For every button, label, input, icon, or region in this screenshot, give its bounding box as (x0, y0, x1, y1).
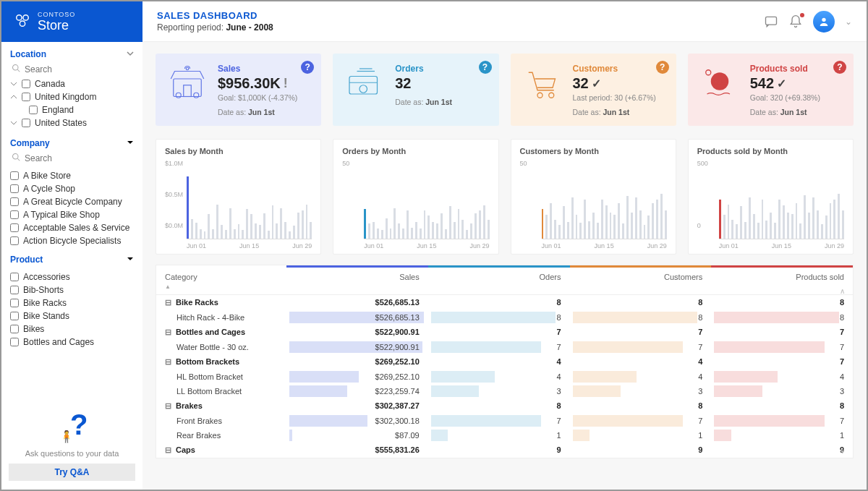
qa-prompt-text: Ask questions to your data (9, 449, 135, 458)
chevron-up-icon (10, 93, 17, 101)
chart-orders[interactable]: Orders by Month 50 Jun 01Jun 15Jun 29 (333, 139, 498, 255)
list-item[interactable]: Bottles and Cages (10, 337, 132, 347)
chevron-down-icon (10, 80, 17, 87)
filter-location-header[interactable]: Location (10, 49, 134, 59)
svg-point-3 (13, 65, 19, 71)
checkbox[interactable] (10, 338, 19, 346)
chart-products[interactable]: Products sold by Month 5000 Jun 01Jun 15… (688, 139, 854, 255)
checkbox[interactable] (22, 80, 30, 88)
collapse-icon[interactable]: ⊟ (165, 445, 174, 455)
table-row[interactable]: HL Bottom Bracket$269,252.10444 (156, 370, 853, 384)
checkbox[interactable] (10, 325, 19, 333)
cart-icon (521, 64, 564, 107)
scroll-down-icon[interactable]: ∨ (840, 447, 850, 455)
search-icon (12, 153, 20, 163)
tree-item-england[interactable]: England (10, 105, 134, 115)
checkbox[interactable] (10, 299, 19, 307)
checkbox[interactable] (10, 184, 19, 193)
bell-icon[interactable] (788, 14, 803, 29)
checkbox[interactable] (10, 197, 19, 206)
th-products[interactable]: Products sold (711, 265, 853, 294)
avatar[interactable] (813, 11, 835, 33)
category-table: Category▲ Sales Oders Customers Products… (156, 265, 854, 458)
svg-point-11 (186, 67, 189, 70)
list-item[interactable]: Bikes (10, 324, 132, 334)
svg-point-4 (13, 154, 19, 160)
filter-company-header[interactable]: Company (10, 138, 134, 148)
info-icon[interactable]: ? (833, 61, 846, 74)
filter-product-header[interactable]: Product (10, 255, 134, 265)
list-item[interactable]: Acceptable Sales & Service (10, 223, 132, 233)
svg-rect-7 (174, 79, 202, 97)
chevron-down-icon (127, 255, 134, 265)
location-search-input[interactable] (25, 64, 134, 74)
table-row[interactable]: ⊟ Bike Racks$526,685.13888 (156, 295, 853, 310)
checkbox[interactable] (10, 286, 19, 294)
chevron-down-icon[interactable]: ⌄ (845, 17, 852, 27)
list-item[interactable]: Accessories (10, 272, 132, 282)
checkbox[interactable] (29, 106, 38, 114)
company-search-input[interactable] (25, 153, 134, 163)
table-row[interactable]: Water Bottle - 30 oz.$522,900.91777 (156, 340, 853, 354)
table-row[interactable]: Front Brakes$302,300.18777 (156, 414, 853, 428)
table-row[interactable]: LL Bottom Bracket$223,259.74333 (156, 384, 853, 398)
info-icon[interactable]: ? (479, 61, 492, 74)
th-customers[interactable]: Customers (570, 265, 712, 294)
list-item[interactable]: Action Bicycle Specialists (10, 236, 132, 246)
kpi-card-customers[interactable]: ? Customers 32✓ Last period: 30 (+6.67%)… (511, 54, 676, 126)
try-qa-button[interactable]: Try Q&A (9, 464, 135, 481)
brand-name: Store (38, 18, 69, 33)
checkbox[interactable] (10, 236, 19, 245)
svg-point-14 (537, 93, 542, 98)
store-icon (166, 64, 209, 107)
chart-customers[interactable]: Customers by Month 50 Jun 01Jun 15Jun 29 (511, 139, 676, 255)
brand-company: CONTOSO (38, 11, 75, 18)
card-icon (343, 64, 386, 107)
svg-rect-8 (184, 85, 192, 97)
list-item[interactable]: A Cycle Shop (10, 184, 132, 194)
checkbox[interactable] (10, 171, 19, 180)
brand-logo-icon (14, 13, 30, 31)
list-item[interactable]: A Great Bicycle Company (10, 197, 132, 207)
warning-icon: ! (284, 76, 288, 91)
kpi-card-products[interactable]: ? SALE Products sold 542✓ Goal: 320 (+69… (688, 54, 854, 126)
svg-rect-5 (766, 17, 777, 25)
table-row[interactable]: ⊟ Caps$555,831.26999 (156, 443, 853, 458)
tree-item-us[interactable]: United States (10, 118, 134, 128)
checkbox[interactable] (22, 119, 30, 127)
th-category[interactable]: Category▲ (156, 265, 286, 294)
svg-point-15 (548, 93, 553, 98)
list-item[interactable]: A Typical Bike Shop (10, 210, 132, 220)
checkbox[interactable] (10, 223, 19, 232)
checkbox[interactable] (10, 273, 19, 281)
collapse-icon[interactable]: ⊟ (165, 401, 174, 411)
list-item[interactable]: Bib-Shorts (10, 285, 132, 295)
collapse-icon[interactable]: ⊟ (165, 328, 174, 337)
tree-item-canada[interactable]: Canada (10, 79, 134, 89)
svg-point-6 (822, 17, 825, 21)
th-sales[interactable]: Sales (286, 265, 428, 294)
chart-sales[interactable]: Sales by Month $1.0M$0.5M$0.0M Jun 01Jun… (156, 139, 321, 255)
info-icon[interactable]: ? (301, 61, 314, 74)
info-icon[interactable]: ? (656, 61, 669, 74)
table-row[interactable]: Rear Brakes$87.09111 (156, 428, 853, 443)
table-row[interactable]: ⊟ Bottles and Cages$522,900.91777 (156, 325, 853, 340)
table-row[interactable]: ⊟ Bottom Brackets$269,252.10447 (156, 354, 853, 370)
page-title: SALES DASHBOARD (157, 10, 764, 21)
kpi-card-sales[interactable]: ? Sales $956.30K! Goal: $1,000K (-4.37%)… (156, 54, 321, 126)
collapse-icon[interactable]: ⊟ (165, 298, 174, 307)
list-item[interactable]: Bike Stands (10, 311, 132, 321)
table-row[interactable]: ⊟ Brakes$302,387.27888 (156, 398, 853, 414)
kpi-card-orders[interactable]: ? Orders 32 Date as: Jun 1st (333, 54, 498, 126)
checkbox[interactable] (22, 93, 30, 101)
list-item[interactable]: Bike Racks (10, 298, 132, 308)
scroll-up-icon[interactable]: ∧ (840, 287, 850, 295)
chat-icon[interactable] (764, 14, 778, 29)
table-row[interactable]: Hitch Rack - 4-Bike$526,685.13888 (156, 310, 853, 325)
th-orders[interactable]: Oders (428, 265, 570, 294)
collapse-icon[interactable]: ⊟ (165, 357, 174, 367)
checkbox[interactable] (10, 312, 19, 320)
list-item[interactable]: A Bike Store (10, 171, 132, 181)
tree-item-uk[interactable]: United Kingdom (10, 92, 134, 102)
checkbox[interactable] (10, 210, 19, 219)
